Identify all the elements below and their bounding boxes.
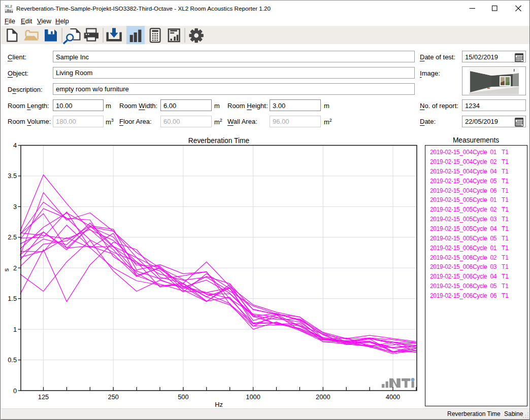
svg-text:XL2: XL2 xyxy=(5,4,13,9)
svg-text:2: 2 xyxy=(13,264,17,272)
svg-text:3: 3 xyxy=(13,203,17,211)
svg-text:1: 1 xyxy=(13,326,17,333)
svg-text:s: s xyxy=(3,268,10,271)
svg-text:2000: 2000 xyxy=(316,393,330,401)
svg-text:500: 500 xyxy=(178,393,188,401)
svg-text:Hz: Hz xyxy=(215,401,223,408)
svg-text:1000: 1000 xyxy=(246,393,260,401)
svg-text:4: 4 xyxy=(13,142,17,149)
svg-text:125: 125 xyxy=(38,393,49,401)
svg-text:4000: 4000 xyxy=(386,393,400,401)
svg-text:Reverberation Time: Reverberation Time xyxy=(188,137,250,145)
svg-text:2.5: 2.5 xyxy=(8,233,17,241)
svg-text:250: 250 xyxy=(108,393,119,401)
svg-text:1.5: 1.5 xyxy=(8,295,17,302)
svg-text:3.5: 3.5 xyxy=(8,172,17,180)
svg-text:0.5: 0.5 xyxy=(8,356,17,364)
svg-text:0: 0 xyxy=(13,387,17,395)
